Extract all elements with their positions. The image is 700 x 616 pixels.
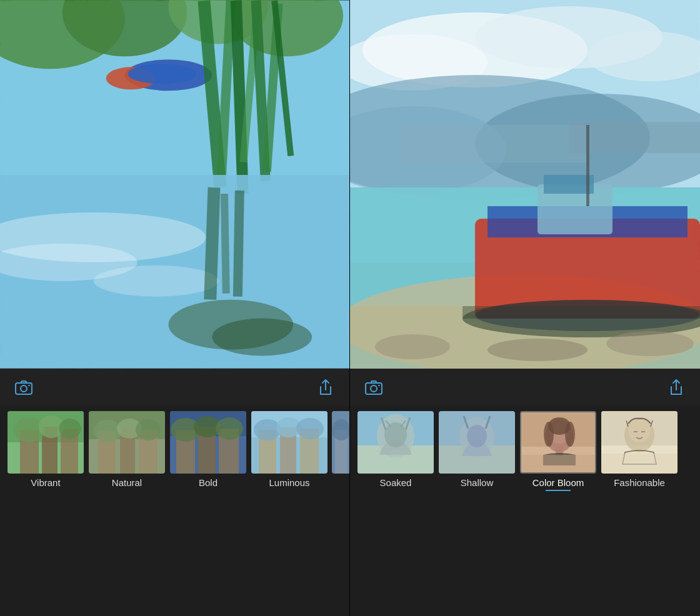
filter-item-partial[interactable]: "l (330, 411, 349, 616)
filter-item-bold[interactable]: Bold (168, 411, 249, 616)
svg-point-92 (371, 385, 377, 392)
svg-point-108 (565, 422, 575, 447)
filter-label-luminous: Luminous (269, 477, 309, 488)
left-filters-row: Vibrant Natural (0, 406, 349, 616)
right-toolbar (350, 369, 700, 406)
filter-thumb-bold (170, 411, 246, 474)
filter-label-fashionable: Fashionable (614, 477, 665, 488)
right-filters-row: Soaked Shallow (350, 406, 700, 616)
filter-thumb-colorbloom (520, 411, 596, 474)
filter-thumb-soaked (358, 411, 434, 474)
filter-thumb-vibrant (8, 411, 84, 474)
filter-thumb-luminous (251, 411, 328, 474)
filter-underline-fashionable (627, 490, 652, 491)
left-bottom-area: Vibrant Natural (0, 369, 349, 616)
filter-item-natural[interactable]: Natural (86, 411, 168, 616)
camera-icon (15, 380, 32, 395)
right-image-area (350, 0, 700, 369)
filter-item-shallow[interactable]: Shallow (436, 411, 518, 616)
svg-rect-27 (28, 385, 30, 386)
left-toolbar (0, 369, 349, 406)
svg-rect-117 (601, 454, 678, 474)
filter-label-bold: Bold (199, 477, 218, 488)
filter-label-vibrant: Vibrant (31, 477, 60, 488)
svg-rect-25 (16, 383, 32, 394)
filter-item-fashionable[interactable]: Fashionable (599, 411, 680, 616)
svg-point-97 (384, 422, 407, 447)
right-panel: Soaked Shallow (350, 0, 700, 616)
svg-point-59 (296, 418, 324, 439)
filter-underline-shallow (464, 490, 489, 491)
svg-rect-90 (350, 0, 700, 369)
left-camera-button[interactable] (12, 376, 35, 399)
filter-underline-soaked (383, 490, 408, 491)
svg-rect-110 (521, 455, 596, 474)
left-share-button[interactable] (314, 376, 337, 399)
right-share-button[interactable] (665, 376, 688, 399)
right-watercolor-image (350, 0, 700, 369)
filter-thumb-natural (89, 411, 165, 474)
svg-rect-24 (0, 1, 349, 369)
left-panel: Vibrant Natural (0, 0, 350, 616)
svg-point-26 (21, 385, 27, 392)
camera-icon-right (365, 380, 382, 395)
filter-item-colorbloom[interactable]: Color Bloom (518, 411, 599, 616)
filter-thumb-fashionable (601, 411, 678, 474)
svg-point-43 (136, 419, 161, 440)
filter-item-vibrant[interactable]: Vibrant (5, 411, 86, 616)
svg-point-107 (544, 422, 554, 447)
svg-point-51 (216, 417, 243, 440)
filter-thumb-partial (332, 411, 350, 474)
filter-thumb-shallow (439, 411, 515, 474)
filter-underline-bold (196, 490, 221, 491)
filter-underline-luminous (277, 490, 302, 491)
filter-label-soaked: Soaked (380, 477, 412, 488)
filter-underline-vibrant (33, 490, 58, 491)
svg-point-101 (467, 425, 487, 447)
filter-label-natural: Natural (112, 477, 142, 488)
svg-rect-93 (378, 385, 380, 386)
svg-point-35 (59, 419, 81, 439)
filter-label-colorbloom: Color Bloom (532, 477, 584, 488)
filter-underline-partial (339, 489, 349, 490)
right-bottom-area: Soaked Shallow (350, 369, 700, 616)
left-image-area (0, 0, 349, 369)
share-icon (319, 379, 332, 396)
filter-item-soaked[interactable]: Soaked (355, 411, 436, 616)
svg-rect-91 (366, 383, 382, 394)
filter-underline-colorbloom (546, 490, 571, 491)
left-watercolor-image (0, 0, 349, 369)
filter-label-shallow: Shallow (461, 477, 494, 488)
share-icon-right (669, 379, 683, 396)
svg-point-41 (94, 420, 121, 442)
filter-item-luminous[interactable]: Luminous (249, 411, 330, 616)
filter-underline-natural (114, 490, 139, 491)
right-camera-button[interactable] (362, 376, 385, 399)
